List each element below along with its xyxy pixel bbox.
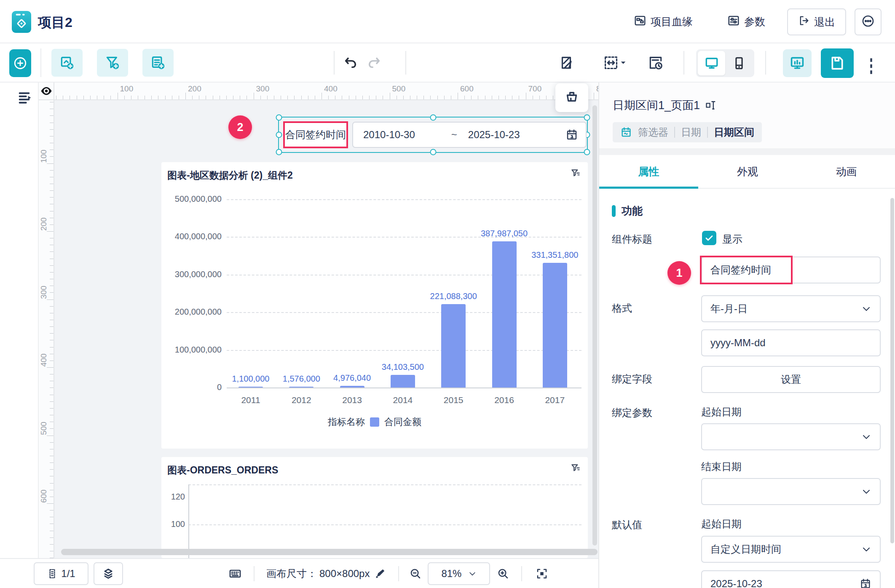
exit-button[interactable]: 退出 bbox=[787, 8, 846, 35]
resize-handle-sw[interactable] bbox=[276, 149, 282, 155]
tab-animation[interactable]: 动画 bbox=[797, 155, 895, 188]
date-range-input[interactable]: 2010-10-30 ~ 2025-10-23 bbox=[352, 122, 587, 148]
clear-style-icon[interactable] bbox=[558, 54, 575, 71]
ruler-tick bbox=[519, 96, 519, 99]
ruler-tick bbox=[50, 320, 54, 320]
default-type-select[interactable]: 自定义日期时间 bbox=[701, 536, 881, 563]
bar-value-label: 4,976,040 bbox=[314, 373, 390, 383]
ruler-number: 300 bbox=[256, 84, 270, 94]
tab-appearance[interactable]: 外观 bbox=[698, 155, 797, 188]
zoom-level-select[interactable]: 81% bbox=[428, 562, 490, 585]
toolbar-kebab-menu[interactable] bbox=[868, 57, 874, 77]
redo-button[interactable] bbox=[366, 54, 383, 71]
circle-ellipsis-icon bbox=[861, 14, 875, 29]
ruler-tick bbox=[322, 93, 322, 99]
ruler-tick bbox=[50, 292, 54, 293]
chart1-plot-area: 500,000,000400,000,000300,000,000200,000… bbox=[161, 162, 588, 449]
properties-panel: 日期区间1_页面1 筛选器 日期 日期区间 属性 外观 动画 bbox=[598, 83, 895, 588]
ruler-tick bbox=[50, 218, 54, 218]
add-table-button[interactable] bbox=[142, 49, 174, 77]
tab-properties[interactable]: 属性 bbox=[599, 155, 698, 188]
bar-value-label: 387,987,050 bbox=[466, 229, 542, 238]
show-title-checkbox[interactable] bbox=[702, 231, 716, 245]
ruler-tick bbox=[376, 96, 376, 99]
ruler-tick bbox=[77, 96, 77, 99]
chart-filter-icon[interactable] bbox=[570, 463, 581, 476]
ruler-tick bbox=[383, 96, 383, 99]
bar-2014 bbox=[391, 375, 415, 388]
app-header: 项目2 项目血缘 参数 退出 bbox=[0, 0, 895, 43]
line-chart-card[interactable]: 图表-ORDERS_ORDERS 120 100 bbox=[161, 457, 588, 558]
resize-handle-nw[interactable] bbox=[276, 115, 282, 121]
resize-handle-se[interactable] bbox=[584, 149, 590, 155]
save-button[interactable] bbox=[821, 48, 854, 78]
ruler-tick bbox=[50, 156, 54, 157]
undo-button[interactable] bbox=[342, 54, 359, 71]
chart1-ytick: 300,000,000 bbox=[163, 270, 222, 279]
zoom-out-button[interactable] bbox=[409, 567, 422, 580]
format-select[interactable]: 年-月-日 bbox=[701, 295, 881, 322]
ruler-tick bbox=[50, 551, 54, 551]
add-component-button[interactable] bbox=[9, 49, 31, 77]
ruler-tick bbox=[50, 449, 54, 449]
format-painter-popover[interactable] bbox=[555, 83, 588, 112]
design-canvas[interactable]: 合同签约时间 2010-10-30 ~ 2025-10-23 2 图表-地区数据… bbox=[54, 100, 598, 558]
format-pattern-input[interactable]: yyyy-MM-dd bbox=[701, 329, 881, 356]
ruler-tick bbox=[192, 96, 193, 99]
more-options-button[interactable] bbox=[855, 8, 882, 35]
resize-handle-s[interactable] bbox=[430, 149, 436, 155]
canvas-horizontal-scrollbar[interactable] bbox=[61, 549, 598, 555]
project-lineage-button[interactable]: 项目血缘 bbox=[634, 0, 693, 43]
ruler-tick bbox=[50, 415, 54, 415]
ruler-tick bbox=[50, 306, 54, 307]
ruler-tick bbox=[50, 211, 54, 211]
history-icon[interactable] bbox=[647, 54, 664, 71]
layer-panel-toggle-icon[interactable] bbox=[17, 89, 34, 108]
set-field-button[interactable]: 设置 bbox=[701, 366, 881, 393]
ruler-tick bbox=[50, 462, 54, 463]
ruler-number: 500 bbox=[392, 84, 406, 94]
page-switcher-button[interactable]: 1/1 bbox=[34, 562, 88, 585]
ruler-tick bbox=[165, 96, 166, 99]
resize-handle-w[interactable] bbox=[276, 132, 282, 138]
ruler-tick bbox=[240, 96, 240, 99]
end-date-param-select[interactable] bbox=[701, 478, 881, 505]
ruler-number: 200 bbox=[188, 84, 201, 94]
distribute-spacing-dropdown[interactable] bbox=[602, 54, 628, 71]
canvas-vertical-scrollbar[interactable] bbox=[592, 105, 597, 545]
ruler-tick bbox=[213, 96, 213, 99]
ruler-tick bbox=[50, 483, 54, 484]
ruler-tick bbox=[397, 96, 397, 99]
ruler-tick bbox=[50, 340, 54, 340]
left-gutter bbox=[0, 83, 39, 558]
ruler-tick bbox=[498, 96, 499, 99]
mobile-mode-button[interactable] bbox=[725, 51, 753, 75]
statusbar-separator bbox=[398, 566, 399, 581]
start-date-param-select[interactable] bbox=[701, 423, 881, 450]
add-view-button[interactable] bbox=[51, 49, 83, 77]
ruler-number: 400 bbox=[324, 84, 338, 94]
layers-button[interactable] bbox=[94, 562, 123, 585]
ruler-tick bbox=[50, 177, 54, 177]
parameters-button[interactable]: 参数 bbox=[727, 0, 765, 43]
keyboard-shortcuts-button[interactable] bbox=[228, 567, 242, 580]
add-filter-button[interactable] bbox=[97, 49, 128, 77]
edit-canvas-size-icon[interactable] bbox=[375, 568, 386, 579]
panel-scrollbar[interactable] bbox=[890, 198, 894, 543]
bar-value-label: 221,088,300 bbox=[415, 291, 491, 301]
bar-chart-card[interactable]: 图表-地区数据分析 (2)_组件2 500,000,000400,000,000… bbox=[161, 162, 588, 449]
resize-handle-n[interactable] bbox=[430, 115, 436, 121]
ruler-tick bbox=[478, 96, 478, 99]
fit-screen-button[interactable] bbox=[536, 567, 548, 580]
resize-handle-ne[interactable] bbox=[584, 115, 590, 121]
ruler-tick bbox=[50, 190, 54, 191]
preview-button[interactable] bbox=[783, 49, 812, 77]
ruler-number: 700 bbox=[528, 84, 542, 94]
desktop-mode-button[interactable] bbox=[698, 51, 725, 75]
zoom-in-button[interactable] bbox=[497, 567, 509, 580]
annotation-badge-2: 2 bbox=[228, 115, 252, 139]
ruler-visibility-toggle[interactable] bbox=[39, 83, 54, 100]
default-date-input[interactable]: 2025-10-23 bbox=[701, 570, 881, 588]
ruler-tick bbox=[308, 96, 308, 99]
rename-icon[interactable] bbox=[705, 99, 717, 111]
